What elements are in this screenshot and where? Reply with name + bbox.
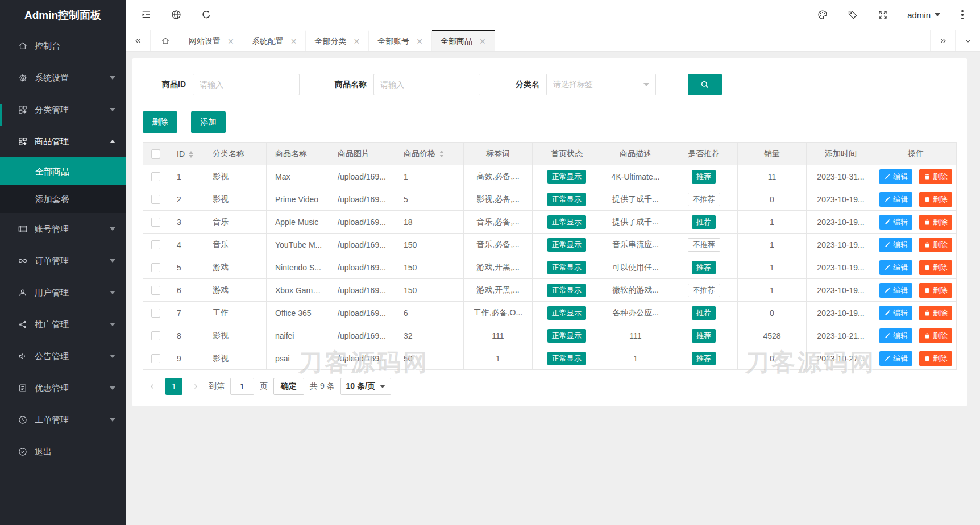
status-badge[interactable]: 正常显示 <box>547 215 586 229</box>
delete-button[interactable]: 删除 <box>919 283 952 298</box>
delete-button[interactable]: 删除 <box>919 215 952 230</box>
tab-system-config[interactable]: 系统配置 ✕ <box>243 30 306 51</box>
delete-button[interactable]: 删除 <box>919 238 952 252</box>
sidebar-item-all-products[interactable]: 全部商品 <box>0 157 126 185</box>
delete-button[interactable]: 删除 <box>919 260 952 275</box>
tabs-scroll-left-button[interactable] <box>126 30 151 51</box>
sidebar-scrollbar[interactable] <box>0 104 2 126</box>
tab-all-accounts[interactable]: 全部账号 ✕ <box>369 30 432 51</box>
status-badge[interactable]: 正常显示 <box>547 170 586 184</box>
cell-image: /upload/169... <box>329 188 395 211</box>
recommend-badge[interactable]: 推荐 <box>692 352 716 365</box>
edit-button[interactable]: 编辑 <box>879 215 912 230</box>
sidebar-item-add-package[interactable]: 添加套餐 <box>0 185 126 213</box>
close-icon[interactable]: ✕ <box>290 38 297 45</box>
recommend-badge[interactable]: 推荐 <box>692 261 716 274</box>
close-icon[interactable]: ✕ <box>479 38 486 45</box>
sidebar-item-announcement-management[interactable]: 公告管理 <box>0 340 126 372</box>
sidebar-item-user-management[interactable]: 用户管理 <box>0 277 126 309</box>
row-checkbox[interactable] <box>151 331 160 340</box>
recommend-badge[interactable]: 推荐 <box>692 170 716 184</box>
tag-icon[interactable] <box>847 9 858 20</box>
sidebar-item-coupon-management[interactable]: 优惠管理 <box>0 372 126 404</box>
status-badge[interactable]: 正常显示 <box>547 284 586 297</box>
prev-page-button[interactable] <box>145 378 160 395</box>
status-badge[interactable]: 正常显示 <box>547 352 586 365</box>
sidebar-item-product-management[interactable]: 商品管理 <box>0 126 126 157</box>
row-checkbox[interactable] <box>151 354 160 363</box>
status-badge[interactable]: 正常显示 <box>547 329 586 343</box>
sort-icon[interactable] <box>439 151 444 157</box>
status-badge[interactable]: 正常显示 <box>547 238 586 252</box>
row-checkbox[interactable] <box>151 240 160 249</box>
sidebar-item-system-settings[interactable]: 系统设置 <box>0 62 126 94</box>
goto-page-input[interactable] <box>230 378 254 395</box>
refresh-icon[interactable] <box>201 9 212 20</box>
edit-button[interactable]: 编辑 <box>879 351 912 366</box>
close-icon[interactable]: ✕ <box>353 38 360 45</box>
row-checkbox[interactable] <box>151 195 160 204</box>
row-checkbox[interactable] <box>151 172 160 181</box>
delete-button[interactable]: 删除 <box>919 169 952 184</box>
recommend-badge[interactable]: 推荐 <box>692 215 716 229</box>
fullscreen-icon[interactable] <box>877 9 888 20</box>
sort-icon[interactable] <box>189 151 193 158</box>
delete-selected-button[interactable]: 删除 <box>143 111 177 133</box>
edit-button[interactable]: 编辑 <box>879 283 912 298</box>
close-icon[interactable]: ✕ <box>416 38 423 45</box>
more-options-icon[interactable] <box>957 9 967 20</box>
column-price[interactable]: 商品价格 <box>395 143 464 165</box>
row-checkbox[interactable] <box>151 218 160 227</box>
recommend-badge[interactable]: 不推荐 <box>688 284 720 297</box>
row-checkbox[interactable] <box>151 309 160 318</box>
sidebar-item-ticket-management[interactable]: 工单管理 <box>0 404 126 436</box>
page-number-1[interactable]: 1 <box>165 378 182 395</box>
sidebar-item-account-management[interactable]: 账号管理 <box>0 213 126 245</box>
category-select[interactable]: 请选择标签 <box>546 74 656 95</box>
delete-button[interactable]: 删除 <box>919 351 952 366</box>
delete-button[interactable]: 删除 <box>919 306 952 320</box>
status-badge[interactable]: 正常显示 <box>547 306 586 320</box>
add-button[interactable]: 添加 <box>191 111 226 133</box>
column-id[interactable]: ID <box>168 143 204 165</box>
tab-all-products[interactable]: 全部商品 ✕ <box>432 30 495 51</box>
edit-button[interactable]: 编辑 <box>879 238 912 252</box>
recommend-badge[interactable]: 推荐 <box>692 329 716 343</box>
edit-button[interactable]: 编辑 <box>879 306 912 320</box>
recommend-badge[interactable]: 不推荐 <box>688 193 720 206</box>
next-page-button[interactable] <box>188 378 203 395</box>
theme-palette-icon[interactable] <box>817 9 828 20</box>
product-id-input[interactable] <box>193 74 300 95</box>
sidebar-item-logout[interactable]: 退出 <box>0 436 126 468</box>
status-badge[interactable]: 正常显示 <box>547 261 586 274</box>
recommend-badge[interactable]: 推荐 <box>692 306 716 320</box>
edit-button[interactable]: 编辑 <box>879 169 912 184</box>
tab-all-categories[interactable]: 全部分类 ✕ <box>306 30 369 51</box>
page-size-select[interactable]: 10 条/页 <box>340 378 391 395</box>
sidebar-item-order-management[interactable]: 订单管理 <box>0 245 126 277</box>
recommend-badge[interactable]: 不推荐 <box>688 238 720 252</box>
tab-home[interactable] <box>151 30 180 51</box>
edit-button[interactable]: 编辑 <box>879 192 912 207</box>
globe-icon[interactable] <box>171 9 182 20</box>
search-button[interactable] <box>688 74 722 95</box>
product-name-input[interactable] <box>373 74 480 95</box>
sidebar-item-promotion-management[interactable]: 推广管理 <box>0 309 126 340</box>
tabs-menu-button[interactable] <box>955 30 980 51</box>
select-all-checkbox[interactable] <box>151 149 160 159</box>
sidebar-item-console[interactable]: 控制台 <box>0 30 126 62</box>
user-menu[interactable]: admin <box>907 10 940 20</box>
status-badge[interactable]: 正常显示 <box>547 193 586 206</box>
sidebar-item-category-management[interactable]: 分类管理 <box>0 94 126 126</box>
tabs-scroll-right-button[interactable] <box>930 30 955 51</box>
collapse-sidebar-icon[interactable] <box>140 9 152 20</box>
close-icon[interactable]: ✕ <box>227 38 234 45</box>
confirm-page-button[interactable]: 确定 <box>273 378 304 395</box>
row-checkbox[interactable] <box>151 286 160 295</box>
edit-button[interactable]: 编辑 <box>879 260 912 275</box>
edit-button[interactable]: 编辑 <box>879 328 912 343</box>
delete-button[interactable]: 删除 <box>919 328 952 343</box>
row-checkbox[interactable] <box>151 263 160 272</box>
tab-site-settings[interactable]: 网站设置 ✕ <box>180 30 243 51</box>
delete-button[interactable]: 删除 <box>919 192 952 207</box>
